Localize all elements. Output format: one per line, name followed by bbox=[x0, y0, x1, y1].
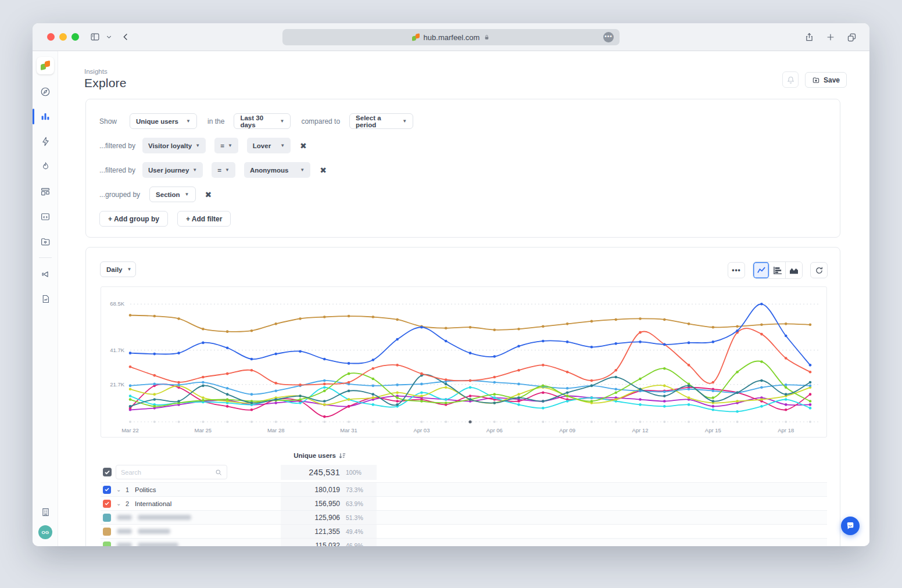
notifications-button[interactable] bbox=[782, 71, 799, 88]
chevron-down-icon: ▼ bbox=[185, 192, 189, 197]
blurred-row-controls bbox=[117, 543, 132, 546]
sidebar-item-lightning-icon[interactable] bbox=[33, 129, 58, 154]
svg-text:Apr 06: Apr 06 bbox=[486, 427, 503, 433]
url-text: hub.marfeel.com bbox=[424, 33, 480, 42]
line-chart[interactable]: 68.5K41.7K21.7KMar 22Mar 25Mar 28Mar 31A… bbox=[101, 286, 827, 438]
share-icon[interactable] bbox=[804, 32, 814, 42]
group-by-select[interactable]: Section▼ bbox=[149, 187, 195, 202]
sidebar-item-insights-icon[interactable] bbox=[33, 104, 58, 129]
table-row[interactable]: 121,35549.4% bbox=[101, 524, 827, 538]
sidebar-item-report-icon[interactable] bbox=[33, 286, 58, 311]
table-column-header[interactable]: Unique users bbox=[101, 452, 362, 464]
filter-operator-select[interactable]: =▼ bbox=[212, 162, 235, 178]
chevron-down-icon: ▼ bbox=[228, 143, 232, 148]
sidebar-item-rewind-icon[interactable] bbox=[33, 261, 58, 286]
granularity-select[interactable]: Daily▼ bbox=[100, 261, 136, 277]
minimize-window-button[interactable] bbox=[59, 33, 67, 41]
in-the-label: in the bbox=[207, 117, 224, 126]
address-bar[interactable]: hub.marfeel.com ••• bbox=[282, 29, 620, 45]
chevron-down-icon: ▼ bbox=[402, 119, 407, 124]
zoom-window-button[interactable] bbox=[71, 33, 79, 41]
total-row: 245,531 100% bbox=[281, 465, 377, 480]
sections-table: ⌄ 1 Politics 180,01973.3% ⌄ 2 Internatio… bbox=[101, 482, 827, 546]
page-title: Explore bbox=[84, 76, 127, 90]
table-row[interactable]: ⌄ 1 Politics 180,01973.3% bbox=[101, 482, 827, 496]
svg-text:68.5K: 68.5K bbox=[110, 300, 124, 307]
table-row[interactable]: 125,90651.3% bbox=[101, 510, 827, 524]
add-group-by-button[interactable]: + Add group by bbox=[99, 211, 168, 227]
sidebar-item-code-window-icon[interactable] bbox=[33, 204, 58, 229]
filtered-by-label: ...filtered by bbox=[99, 142, 135, 150]
remove-filter-icon[interactable]: ✖ bbox=[300, 141, 307, 150]
more-options-button[interactable]: ••• bbox=[728, 262, 745, 278]
row-percent: 51.3% bbox=[346, 514, 371, 521]
tab-overview-icon[interactable] bbox=[847, 33, 857, 42]
total-percent: 100% bbox=[346, 469, 371, 476]
remove-filter-icon[interactable]: ✖ bbox=[320, 166, 327, 175]
line-chart-button[interactable] bbox=[753, 262, 769, 278]
sidebar-toggle-icon[interactable] bbox=[90, 32, 101, 42]
refresh-button[interactable] bbox=[810, 262, 828, 278]
chevron-down-icon[interactable] bbox=[106, 34, 112, 40]
main-content: Insights Explore Save Show Unique users▼… bbox=[58, 51, 869, 546]
blurred-row-controls bbox=[117, 529, 132, 534]
row-expand-chevron-icon[interactable]: ⌄ bbox=[116, 500, 122, 507]
row-value: 156,950 bbox=[315, 500, 340, 508]
period-select[interactable]: Last 30 days▼ bbox=[234, 113, 291, 129]
row-checkbox[interactable] bbox=[103, 542, 111, 547]
chat-launcher-button[interactable] bbox=[841, 517, 860, 535]
reader-options-icon[interactable]: ••• bbox=[603, 32, 614, 42]
row-value: 125,906 bbox=[315, 514, 340, 522]
show-label: Show bbox=[99, 117, 117, 126]
traffic-lights bbox=[47, 33, 79, 41]
ellipsis-icon: ••• bbox=[732, 266, 741, 274]
filter-operator-select[interactable]: =▼ bbox=[214, 138, 238, 153]
filter-value-select[interactable]: Anonymous▼ bbox=[244, 162, 310, 178]
browser-window: hub.marfeel.com ••• bbox=[33, 23, 869, 546]
sort-icon[interactable] bbox=[339, 453, 346, 459]
close-window-button[interactable] bbox=[47, 33, 55, 41]
row-checkbox[interactable] bbox=[103, 528, 111, 536]
marfeel-logo[interactable] bbox=[37, 57, 54, 74]
save-icon bbox=[812, 76, 820, 84]
add-filter-button[interactable]: + Add filter bbox=[177, 211, 231, 227]
total-value: 245,531 bbox=[309, 468, 340, 477]
back-button[interactable] bbox=[121, 33, 130, 41]
search-input[interactable] bbox=[116, 469, 215, 476]
chevron-down-icon: ▼ bbox=[300, 167, 305, 173]
row-expand-chevron-icon[interactable]: ⌄ bbox=[116, 486, 122, 493]
compare-period-select[interactable]: Select a period▼ bbox=[349, 113, 413, 129]
save-button[interactable]: Save bbox=[805, 72, 847, 88]
area-chart-button[interactable] bbox=[786, 262, 802, 278]
row-checkbox[interactable] bbox=[103, 486, 111, 494]
filter-field-select[interactable]: User journey▼ bbox=[142, 162, 203, 178]
user-avatar[interactable]: OG bbox=[38, 525, 52, 539]
sidebar-item-folder-heart-icon[interactable] bbox=[33, 229, 58, 254]
bar-chart-button[interactable] bbox=[769, 262, 786, 278]
blurred-row-name bbox=[138, 543, 178, 546]
row-rank: 2 bbox=[126, 500, 133, 507]
sidebar-item-flame-icon[interactable] bbox=[33, 154, 58, 179]
select-all-checkbox[interactable] bbox=[103, 468, 112, 476]
sidebar-item-compass-icon[interactable] bbox=[33, 79, 58, 104]
row-checkbox[interactable] bbox=[103, 500, 111, 508]
row-value: 180,019 bbox=[315, 486, 340, 494]
table-row[interactable]: ⌄ 2 International 156,95063.9% bbox=[101, 496, 827, 510]
organization-icon[interactable] bbox=[41, 507, 51, 517]
row-rank: 1 bbox=[126, 486, 133, 493]
filter-value-select[interactable]: Lover▼ bbox=[247, 138, 291, 153]
metric-select[interactable]: Unique users▼ bbox=[130, 113, 197, 129]
filter-field-select[interactable]: Visitor loyalty▼ bbox=[142, 138, 206, 153]
blurred-row-controls bbox=[117, 515, 132, 520]
row-checkbox[interactable] bbox=[103, 514, 111, 522]
breadcrumb: Insights bbox=[84, 68, 108, 75]
table-row[interactable]: 115,03246.9% bbox=[101, 538, 827, 546]
grouped-by-label: ...grouped by bbox=[99, 191, 140, 199]
sidebar-item-dashboard-icon[interactable] bbox=[33, 179, 58, 204]
remove-group-icon[interactable]: ✖ bbox=[205, 190, 212, 199]
new-tab-icon[interactable] bbox=[826, 33, 835, 42]
svg-text:Mar 25: Mar 25 bbox=[195, 427, 212, 433]
svg-text:Mar 28: Mar 28 bbox=[267, 427, 285, 433]
app-sidebar: OG bbox=[33, 51, 58, 546]
compared-to-label: compared to bbox=[301, 117, 340, 126]
